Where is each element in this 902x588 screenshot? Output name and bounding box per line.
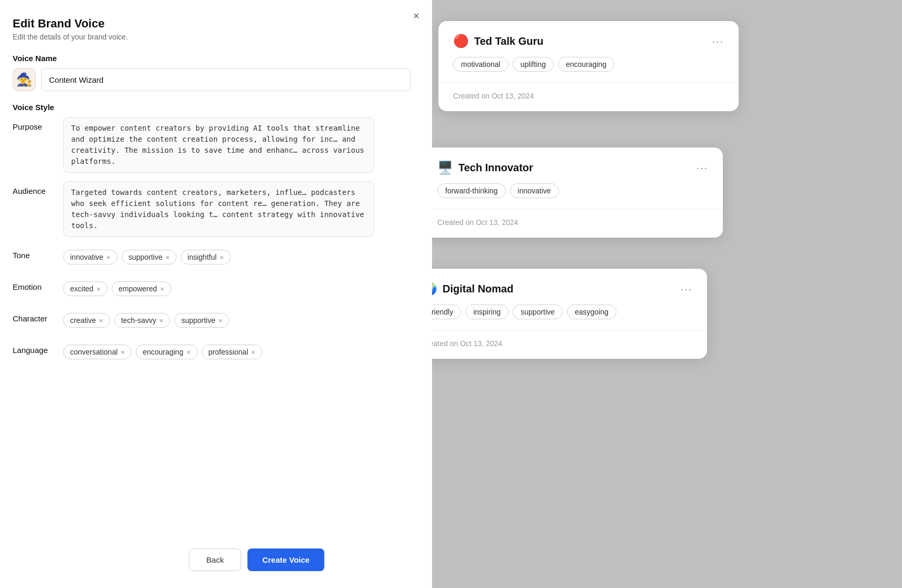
ted-tag-0: motivational [453,57,508,72]
language-tag-0-label: conversational [70,348,117,356]
emotion-tag-0-close[interactable]: × [96,285,101,293]
panel-subtitle: Edit the details of your brand voice. [13,33,411,41]
tech-divider [423,209,723,209]
tech-tag-0: forward-thinking [437,183,506,198]
tone-tag-0-label: innovative [70,253,103,261]
language-tag-2-label: professional [209,348,249,356]
back-button[interactable]: Back [189,548,241,571]
audience-textarea[interactable]: Targeted towards content creators, marke… [63,181,374,237]
audience-row: Audience Targeted towards content creato… [13,181,411,237]
ted-emoji: 🔴 [453,34,469,48]
tech-menu-button[interactable]: ··· [696,162,708,174]
tech-innovator-card: 🖥️ Tech Innovator ··· forward-thinking i… [423,148,723,238]
purpose-row: Purpose To empower content creators by p… [13,117,411,173]
ted-menu-button[interactable]: ··· [712,35,724,47]
ted-talk-card: 🔴 Ted Talk Guru ··· motivational uplifti… [438,21,739,111]
ted-card-header: 🔴 Ted Talk Guru ··· [453,34,724,48]
emotion-tag-0[interactable]: excited × [63,281,107,296]
emotion-tag-1-close[interactable]: × [160,285,164,293]
language-label: Language [13,340,55,355]
character-tag-1-close[interactable]: × [160,317,164,325]
language-tag-1[interactable]: encouraging × [136,345,198,359]
emotion-label: Emotion [13,277,55,291]
character-tag-0-label: creative [70,316,96,325]
tone-tag-2-close[interactable]: × [220,253,224,261]
character-tag-1[interactable]: tech-savvy × [114,313,171,328]
voice-name-label: Voice Name [13,54,411,63]
language-tags-container: conversational × encouraging × professio… [63,340,374,364]
tech-title: Tech Innovator [458,162,533,174]
character-tags-container: creative × tech-savvy × supportive × [63,309,374,332]
character-tag-1-label: tech-savvy [121,316,156,325]
tech-tags: forward-thinking innovative [437,183,708,198]
nomad-tags: friendly inspiring supportive easygoing [421,305,692,319]
cards-area: 🔴 Ted Talk Guru ··· motivational uplifti… [407,0,902,588]
character-row: Character creative × tech-savvy × suppor… [13,309,411,332]
bottom-buttons: Back Create Voice [189,548,325,571]
panel-title: Edit Brand Voice [13,17,411,31]
tone-tag-0[interactable]: innovative × [63,250,117,264]
voice-style-section: Voice Style Purpose To empower content c… [13,103,411,364]
character-tag-2[interactable]: supportive × [174,313,229,328]
ted-tag-1: uplifting [513,57,554,72]
tech-emoji: 🖥️ [437,160,453,175]
digital-nomad-card: 🌍 Digital Nomad ··· friendly inspiring s… [407,269,707,359]
language-tag-0-close[interactable]: × [121,348,125,356]
tone-row: Tone innovative × supportive × insightfu… [13,246,411,269]
tech-card-header: 🖥️ Tech Innovator ··· [437,160,708,175]
tone-label: Tone [13,246,55,260]
emotion-tag-0-label: excited [70,285,93,293]
close-button[interactable]: × [409,8,424,23]
character-tag-0[interactable]: creative × [63,313,110,328]
purpose-textarea[interactable]: To empower content creators by providing… [63,117,374,173]
create-voice-button[interactable]: Create Voice [248,548,325,571]
ted-title-row: 🔴 Ted Talk Guru [453,34,544,48]
emotion-row: Emotion excited × empowered × [13,277,411,300]
audience-label: Audience [13,181,55,195]
ted-divider [438,82,739,83]
ted-tag-2: encouraging [558,57,614,72]
nomad-tag-3: easygoing [567,305,616,319]
character-tag-2-label: supportive [181,316,215,325]
language-row: Language conversational × encouraging × … [13,340,411,364]
nomad-divider [407,330,707,330]
tone-tag-1-close[interactable]: × [165,253,170,261]
edit-panel: × Edit Brand Voice Edit the details of y… [0,0,432,588]
character-label: Character [13,309,55,323]
tone-tag-2[interactable]: insightful × [181,250,231,264]
tone-tag-1[interactable]: supportive × [122,250,177,264]
tone-tag-1-label: supportive [129,253,163,261]
nomad-tag-2: supportive [513,305,563,319]
voice-emoji: 🧙 [13,68,36,91]
character-tag-2-close[interactable]: × [219,317,223,325]
language-tag-0[interactable]: conversational × [63,345,132,359]
tone-tags-container: innovative × supportive × insightful × [63,246,374,269]
nomad-date: Created on Oct 13, 2024 [421,339,502,348]
purpose-label: Purpose [13,117,55,131]
character-tag-0-close[interactable]: × [99,317,103,325]
language-tag-1-label: encouraging [143,348,183,356]
tech-tag-1: innovative [510,183,559,198]
tone-tag-0-close[interactable]: × [106,253,111,261]
tech-title-row: 🖥️ Tech Innovator [437,160,533,175]
voice-name-section: Voice Name 🧙 [13,54,411,91]
voice-name-input[interactable] [41,68,411,91]
nomad-card-header: 🌍 Digital Nomad ··· [421,281,692,296]
voice-name-row: 🧙 [13,68,411,91]
nomad-menu-button[interactable]: ··· [680,283,692,295]
ted-title: Ted Talk Guru [474,35,544,47]
nomad-tag-1: inspiring [465,305,508,319]
emotion-tags-container: excited × empowered × [63,277,374,300]
ted-date: Created on Oct 13, 2024 [453,92,534,100]
language-tag-2[interactable]: professional × [202,345,262,359]
nomad-title: Digital Nomad [443,283,513,295]
language-tag-2-close[interactable]: × [251,348,256,356]
tech-date: Created on Oct 13, 2024 [437,218,518,227]
emotion-tag-1[interactable]: empowered × [112,281,171,296]
voice-style-label: Voice Style [13,103,411,112]
language-tag-1-close[interactable]: × [187,348,191,356]
ted-tags: motivational uplifting encouraging [453,57,724,72]
tone-tag-2-label: insightful [188,253,217,261]
nomad-title-row: 🌍 Digital Nomad [421,281,513,296]
emotion-tag-1-label: empowered [119,285,157,293]
